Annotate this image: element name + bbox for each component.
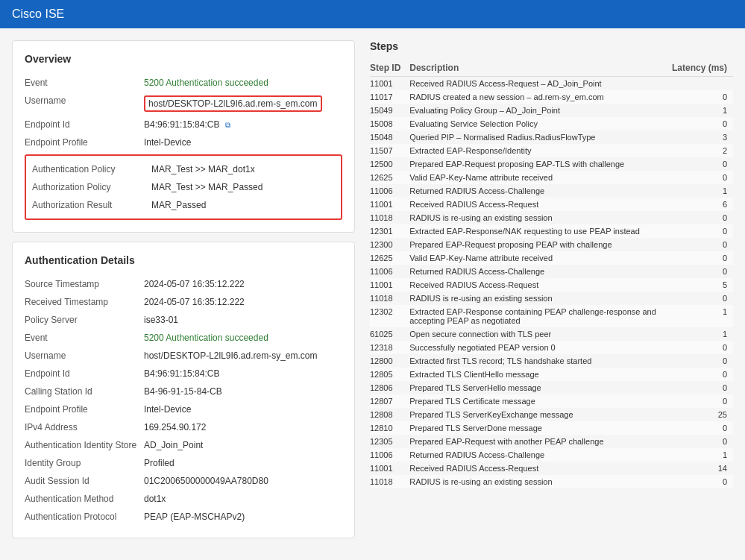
- step-id-cell: 11507: [370, 144, 409, 157]
- step-latency-cell: 0: [667, 265, 733, 278]
- step-id-cell: 12810: [370, 421, 409, 435]
- step-latency-cell: 0: [667, 381, 733, 394]
- table-row: 12806 Prepared TLS ServerHello message 0: [370, 381, 733, 394]
- step-desc-cell: Received RADIUS Access-Request: [409, 278, 667, 292]
- table-row: 15048 Queried PIP – Normalised Radius.Ra…: [370, 130, 733, 144]
- table-row: 12807 Prepared TLS Certificate message 0: [370, 394, 733, 408]
- step-latency-cell: 14: [667, 462, 733, 475]
- step-desc-cell: RADIUS is re-using an existing session: [409, 292, 667, 305]
- table-row: 11006 Returned RADIUS Access-Challenge 1: [370, 184, 733, 198]
- detail-profile-label: Endpoint Profile: [25, 404, 144, 415]
- col-latency: Latency (ms): [667, 60, 733, 77]
- ipv4-label: IPv4 Address: [25, 422, 144, 432]
- table-row: 61025 Open secure connection with TLS pe…: [370, 327, 733, 341]
- table-row: 15008 Evaluating Service Selection Polic…: [370, 117, 733, 130]
- table-row: 12301 Extracted EAP-Response/NAK request…: [370, 224, 733, 238]
- table-row: 12810 Prepared TLS ServerDone message 0: [370, 421, 733, 435]
- step-desc-cell: Returned RADIUS Access-Challenge: [409, 265, 667, 278]
- step-id-cell: 11001: [370, 462, 409, 475]
- step-latency-cell: 25: [667, 408, 733, 421]
- steps-title: Steps: [370, 40, 733, 52]
- overview-username-row: Username host/DESKTOP-L2lL9I6.ad.rem-s_e…: [25, 92, 342, 116]
- step-desc-cell: Valid EAP-Key-Name attribute received: [409, 171, 667, 184]
- table-row: 11001 Received RADIUS Access-Request – A…: [370, 77, 733, 91]
- detail-username-value: host/DESKTOP-L2lL9I6.ad.rem-sy_em.com: [144, 350, 318, 361]
- step-id-cell: 12300: [370, 238, 409, 251]
- step-latency-cell: 5: [667, 278, 733, 292]
- step-desc-cell: Successfully negotiated PEAP version 0: [409, 341, 667, 354]
- table-row: 12318 Successfully negotiated PEAP versi…: [370, 341, 733, 354]
- step-desc-cell: Prepared TLS ServerDone message: [409, 421, 667, 435]
- step-id-cell: 12625: [370, 251, 409, 265]
- step-desc-cell: Extracted TLS ClientHello message: [409, 368, 667, 381]
- step-id-cell: 11001: [370, 278, 409, 292]
- authz-result-row: Authorization Result MAR_Passed: [32, 196, 335, 214]
- table-row: 12808 Prepared TLS ServerKeyExchange mes…: [370, 408, 733, 421]
- auth-identity-row: Authentication Identity Store AD_Join_Po…: [25, 436, 342, 454]
- step-id-cell: 61025: [370, 327, 409, 341]
- table-row: 11017 RADIUS created a new session – ad.…: [370, 90, 733, 104]
- step-desc-cell: RADIUS is re-using an existing session: [409, 475, 667, 488]
- calling-station-label: Calling Station Id: [25, 386, 144, 397]
- source-ts-row: Source Timestamp 2024-05-07 16:35:12.222: [25, 275, 342, 293]
- received-ts-row: Received Timestamp 2024-05-07 16:35:12.2…: [25, 293, 342, 311]
- endpointid-label: Endpoint Id: [25, 119, 144, 130]
- step-desc-cell: Prepared TLS ServerKeyExchange message: [409, 408, 667, 421]
- step-latency-cell: 0: [667, 224, 733, 238]
- app-name: ISE: [45, 7, 64, 20]
- step-latency-cell: 2: [667, 144, 733, 157]
- step-desc-cell: Received RADIUS Access-Request: [409, 198, 667, 211]
- authz-policy-value: MAR_Test >> MAR_Passed: [151, 182, 263, 192]
- source-ts-label: Source Timestamp: [25, 279, 144, 289]
- table-row: 12800 Extracted first TLS record; TLS ha…: [370, 354, 733, 368]
- username-value: host/DESKTOP-L2lL9I6.ad.rem-s_em.com: [144, 95, 322, 112]
- step-latency-cell: 0: [667, 368, 733, 381]
- step-latency-cell: [667, 77, 733, 91]
- profile-label: Endpoint Profile: [25, 137, 144, 148]
- steps-header-row: Step ID Description Latency (ms): [370, 60, 733, 77]
- table-row: 11018 RADIUS is re-using an existing ses…: [370, 211, 733, 224]
- step-latency-cell: 1: [667, 184, 733, 198]
- auth-details-title: Authentication Details: [25, 254, 342, 266]
- step-desc-cell: Prepared EAP-Request proposing EAP-TLS w…: [409, 157, 667, 171]
- step-id-cell: 12806: [370, 381, 409, 394]
- step-id-cell: 11018: [370, 475, 409, 488]
- authz-result-value: MAR_Passed: [151, 200, 206, 210]
- step-id-cell: 12305: [370, 435, 409, 448]
- overview-profile-row: Endpoint Profile Intel-Device: [25, 133, 342, 151]
- brand: Cisco: [12, 7, 42, 20]
- table-row: 11001 Received RADIUS Access-Request 6: [370, 198, 733, 211]
- left-panel: Overview Event 5200 Authentication succe…: [12, 40, 355, 538]
- step-desc-cell: RADIUS created a new session – ad.rem-sy…: [409, 90, 667, 104]
- auth-protocol-value: PEAP (EAP-MSCHAPv2): [144, 512, 245, 522]
- auth-policy-row: Authentication Policy MAR_Test >> MAR_do…: [32, 160, 335, 178]
- identity-group-value: Profiled: [144, 458, 175, 468]
- step-latency-cell: 0: [667, 421, 733, 435]
- step-latency-cell: 1: [667, 448, 733, 462]
- step-id-cell: 12302: [370, 305, 409, 327]
- detail-username-row: Username host/DESKTOP-L2lL9I6.ad.rem-sy_…: [25, 347, 342, 365]
- step-latency-cell: 0: [667, 354, 733, 368]
- received-ts-label: Received Timestamp: [25, 297, 144, 307]
- step-desc-cell: Returned RADIUS Access-Challenge: [409, 448, 667, 462]
- step-id-cell: 12625: [370, 171, 409, 184]
- identity-group-label: Identity Group: [25, 458, 144, 468]
- auth-policy-value: MAR_Test >> MAR_dot1x: [151, 164, 255, 174]
- col-description: Description: [409, 60, 667, 77]
- step-id-cell: 11001: [370, 198, 409, 211]
- event-label: Event: [25, 78, 144, 88]
- step-latency-cell: 6: [667, 198, 733, 211]
- copy-icon[interactable]: ⧉: [225, 121, 230, 130]
- step-id-cell: 15049: [370, 104, 409, 117]
- detail-event-row: Event 5200 Authentication succeeded: [25, 329, 342, 347]
- profile-value: Intel-Device: [144, 137, 191, 148]
- auth-protocol-label: Authentication Protocol: [25, 512, 144, 522]
- step-latency-cell: 0: [667, 238, 733, 251]
- table-row: 11507 Extracted EAP-Response/Identity 2: [370, 144, 733, 157]
- col-step-id: Step ID: [370, 60, 409, 77]
- step-latency-cell: 0: [667, 394, 733, 408]
- detail-profile-row: Endpoint Profile Intel-Device: [25, 400, 342, 418]
- endpointid-value: B4:96:91:15:84:CB ⧉: [144, 119, 230, 130]
- table-row: 11006 Returned RADIUS Access-Challenge 1: [370, 448, 733, 462]
- source-ts-value: 2024-05-07 16:35:12.222: [144, 279, 245, 289]
